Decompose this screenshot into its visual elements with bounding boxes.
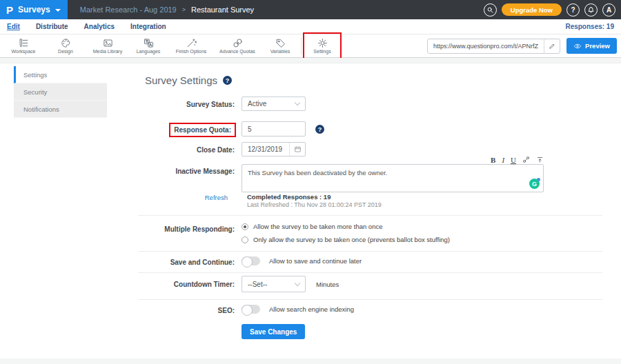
- countdown-value: --Set--: [248, 281, 267, 288]
- bold-button[interactable]: B: [491, 156, 495, 164]
- countdown-select[interactable]: --Set--: [241, 276, 306, 292]
- top-navbar: P Surveys Market Research - Aug 2019 > R…: [0, 0, 621, 19]
- completed-responses: Completed Responses : 19: [247, 193, 331, 201]
- avatar[interactable]: A: [602, 3, 615, 17]
- toolbar-item-media-library[interactable]: Media Library: [87, 34, 128, 57]
- response-quota-input[interactable]: [241, 121, 306, 136]
- content-area: Settings Security Notifications Survey S…: [0, 58, 621, 364]
- toolbar-item-variables[interactable]: Variables: [261, 34, 299, 57]
- response-quota-help-icon[interactable]: ?: [315, 125, 324, 134]
- close-date-value: 12/31/2019: [248, 145, 282, 153]
- product-menu-label: Surveys: [18, 5, 50, 14]
- section-divider: [138, 215, 602, 216]
- page-title-text: Survey Settings: [145, 74, 217, 86]
- multiple-responding-label: Multiple Responding:: [107, 225, 235, 233]
- search-button[interactable]: [484, 3, 497, 17]
- calendar-icon[interactable]: [289, 143, 305, 156]
- save-continue-label: Save and Continue:: [107, 259, 235, 266]
- topbar-actions: Upgrade Now ? A: [484, 3, 615, 17]
- tab-edit[interactable]: Edit: [7, 23, 20, 30]
- close-date-input[interactable]: 12/31/2019: [241, 142, 306, 156]
- breadcrumb-current: Restaurant Survey: [191, 6, 254, 14]
- breadcrumb-parent[interactable]: Market Research - Aug 2019: [80, 6, 177, 14]
- toolbar-item-advance-quotas[interactable]: Advance Quotas: [214, 34, 261, 57]
- gear-icon: [317, 38, 328, 48]
- seo-text: Allow search engine indexing: [269, 305, 354, 313]
- section-divider: [138, 299, 602, 300]
- survey-status-select[interactable]: Active: [241, 97, 306, 111]
- radio-unselected-icon[interactable]: [241, 236, 248, 243]
- toolbar-item-design[interactable]: Design: [44, 34, 87, 57]
- tab-analytics[interactable]: Analytics: [84, 23, 115, 30]
- radio-option-once-label: Only allow the survey to be taken once (…: [253, 236, 450, 243]
- settings-annotation-box: Settings: [303, 32, 342, 59]
- chevron-down-icon: [295, 100, 300, 105]
- sidebar-item-security[interactable]: Security: [14, 83, 107, 101]
- caret-down-icon: [55, 9, 61, 12]
- breadcrumb-separator: >: [182, 6, 186, 13]
- bell-icon: [587, 6, 595, 14]
- edit-toolbar: Workspace Design Media Library Languages…: [0, 34, 621, 58]
- response-quota-label-wrap: Response Quota:: [107, 123, 236, 137]
- notifications-button[interactable]: [584, 3, 598, 17]
- workspace-icon: [19, 38, 29, 48]
- sidebar-item-settings[interactable]: Settings: [14, 66, 107, 83]
- section-divider: [138, 272, 602, 273]
- preview-button[interactable]: Preview: [566, 38, 617, 54]
- tab-integration[interactable]: Integration: [130, 23, 166, 30]
- inactive-message-label: Inactive Message:: [107, 168, 235, 175]
- survey-status-value: Active: [248, 100, 266, 108]
- seo-toggle[interactable]: [241, 305, 260, 314]
- italic-button[interactable]: I: [502, 156, 504, 164]
- sidebar-item-notifications[interactable]: Notifications: [14, 101, 107, 118]
- grammarly-icon[interactable]: G: [529, 179, 540, 189]
- seo-label: SEO:: [107, 307, 235, 314]
- preview-label: Preview: [585, 42, 610, 50]
- bottom-strip: [0, 358, 621, 364]
- seo-row: Allow search engine indexing: [241, 305, 354, 314]
- link-icon: [522, 156, 530, 163]
- tab-distribute[interactable]: Distribute: [36, 23, 68, 30]
- responses-count[interactable]: Responses: 19: [565, 23, 614, 30]
- radio-selected-icon[interactable]: [241, 223, 248, 230]
- survey-url[interactable]: https://www.questionpro.com/t/APNrfZ: [428, 43, 544, 50]
- content-top-strip: [0, 58, 621, 63]
- upload-icon: [536, 156, 544, 163]
- toolbar-right: https://www.questionpro.com/t/APNrfZ Pre…: [427, 38, 617, 54]
- radio-option-once[interactable]: Only allow the survey to be taken once (…: [241, 236, 450, 243]
- radio-option-multiple[interactable]: Allow the survey to be taken more than o…: [241, 223, 382, 230]
- survey-status-label: Survey Status:: [107, 101, 235, 108]
- image-icon: [103, 38, 113, 48]
- toolbar-item-workspace[interactable]: Workspace: [3, 34, 44, 57]
- product-menu[interactable]: P Surveys: [0, 0, 68, 19]
- save-continue-text: Allow to save and continue later: [269, 257, 362, 265]
- toolbar-item-languages[interactable]: Languages: [128, 34, 168, 57]
- response-quota-label: Response Quota:: [174, 126, 231, 134]
- translate-icon: [144, 38, 154, 48]
- breadcrumb: Market Research - Aug 2019 > Restaurant …: [80, 6, 254, 14]
- save-continue-toggle[interactable]: [241, 256, 260, 265]
- response-quota-annotation-box: Response Quota:: [169, 123, 236, 137]
- refresh-link[interactable]: Refresh: [107, 194, 235, 201]
- page-title: Survey Settings ?: [145, 74, 232, 86]
- toolbar-divider: [301, 37, 302, 55]
- tag-icon: [275, 38, 286, 48]
- eye-icon: [573, 42, 582, 50]
- settings-sidebar: Settings Security Notifications: [14, 66, 107, 118]
- underline-button[interactable]: U: [511, 156, 516, 164]
- toolbar-item-settings[interactable]: Settings: [308, 34, 336, 57]
- survey-url-box: https://www.questionpro.com/t/APNrfZ: [427, 39, 560, 54]
- save-continue-row: Allow to save and continue later: [241, 256, 362, 265]
- save-changes-button[interactable]: Save Changes: [241, 324, 305, 339]
- radio-option-multiple-label: Allow the survey to be taken more than o…: [253, 223, 382, 230]
- help-button[interactable]: ?: [566, 3, 580, 17]
- section-divider: [138, 251, 602, 252]
- inactive-message-textarea[interactable]: This Survey has been deactivated by the …: [241, 164, 544, 192]
- title-help-icon[interactable]: ?: [223, 76, 232, 85]
- upgrade-button[interactable]: Upgrade Now: [502, 3, 562, 16]
- close-date-label: Close Date:: [107, 146, 235, 154]
- palette-icon: [61, 38, 71, 48]
- edit-url-button[interactable]: [544, 39, 560, 53]
- wand-icon: [186, 38, 197, 48]
- toolbar-item-finish-options[interactable]: Finish Options: [168, 34, 214, 57]
